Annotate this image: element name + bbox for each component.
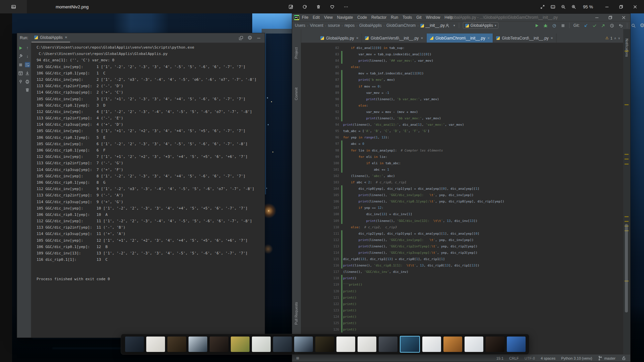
filmstrip-thumbnail[interactable] <box>507 337 526 352</box>
float-window-icon[interactable] <box>238 35 244 41</box>
delete-icon[interactable] <box>316 4 321 9</box>
code-line[interactable]: 107 if yep == 12: <box>301 204 624 211</box>
rerun-icon[interactable] <box>18 45 23 51</box>
menu-git[interactable]: Git <box>416 15 421 20</box>
hide-icon[interactable] <box>256 35 261 41</box>
pin-icon[interactable] <box>18 79 23 84</box>
filmstrip-thumbnail[interactable] <box>252 337 271 352</box>
tool-windows-icon[interactable]: ⊞ <box>296 356 299 360</box>
close-icon[interactable]: ✕ <box>487 37 490 40</box>
caret-position[interactable]: 15:1 <box>496 356 503 360</box>
filmstrip-thumbnail[interactable] <box>189 337 207 352</box>
menu-window[interactable]: Window <box>426 15 440 20</box>
code-line[interactable]: 95tab_abc = ['A', 'B', 'C', 'D', 'E', 'F… <box>301 128 624 134</box>
code-line[interactable]: 93 print(lineno(), 'bb var_mov:', var_mo… <box>301 115 624 121</box>
git-push-icon[interactable] <box>601 23 606 28</box>
git-commit-icon[interactable] <box>592 23 597 28</box>
see-more-icon[interactable] <box>343 4 348 9</box>
actual-size-icon[interactable]: 1:1 <box>550 4 555 9</box>
code-line[interactable]: 125print() <box>301 320 624 326</box>
code-line[interactable]: 123print() <box>301 307 624 313</box>
run-tab-globalapplis[interactable]: GlobalApplis ✕ <box>32 33 70 43</box>
code-line[interactable]: 112 print(lineno(), 'GGC/dic_inv[yep]: \… <box>301 237 624 243</box>
code-line[interactable]: 118print() <box>301 275 624 281</box>
code-line[interactable]: 116print(lineno(), 'dic_rip0.1[1]: \t\t'… <box>301 262 624 268</box>
sidebar-item-project[interactable]: Project <box>294 47 298 59</box>
code-line[interactable]: 88 if mov == 0: <box>301 83 624 89</box>
code-line[interactable]: 119'''print() <box>301 281 624 288</box>
zoom-out-icon[interactable] <box>561 4 566 9</box>
filmstrip-thumbnail[interactable] <box>358 337 376 352</box>
play-icon[interactable] <box>534 23 539 28</box>
error-stripe-mark[interactable] <box>625 159 629 160</box>
zoom-in-icon[interactable] <box>571 4 576 9</box>
editor-tab[interactable]: GlobTetraCord\__init__.py✕ <box>493 34 556 43</box>
git-update-icon[interactable] <box>583 23 588 28</box>
chevron-down-icon[interactable]: ∨ <box>618 37 620 40</box>
code-line[interactable]: 92 var_mov = mov - (mov + mov) <box>301 109 624 115</box>
menu-view[interactable]: View <box>324 15 333 20</box>
code-line[interactable]: 110 else: # c_rip2, c_rip3 <box>301 224 624 230</box>
python-interpreter[interactable]: Python 3.10 (venv) <box>561 356 592 360</box>
filmstrip-thumbnail[interactable] <box>210 337 228 352</box>
code-line[interactable]: 109 print(lineno(), 'GGC/dic_inv[13]: \t… <box>301 218 624 224</box>
error-stripe-mark[interactable] <box>625 51 629 52</box>
history-icon[interactable] <box>609 23 614 28</box>
filmstrip-thumbnail[interactable] <box>443 337 462 352</box>
close-icon[interactable]: ✕ <box>356 37 359 40</box>
code-line[interactable]: 103 if abc < 2: # c_rip0, c_rip1 <box>301 179 624 185</box>
error-stripe-mark[interactable] <box>625 221 629 222</box>
menu-edit[interactable]: Edit <box>313 15 320 20</box>
code-line[interactable]: 115dic_rip0[13], dic_rip1[13] = dic_rip0… <box>301 256 624 262</box>
code-line[interactable]: 87 print('b mov', mov) <box>301 76 624 83</box>
code-line[interactable]: 124print() <box>301 313 624 320</box>
code-line[interactable]: 96for yep in range(1, 13): <box>301 134 624 140</box>
breadcrumb-item[interactable]: __init__.py <box>420 23 445 28</box>
menu-file[interactable]: File <box>302 15 308 20</box>
edit-image-icon[interactable] <box>288 4 293 9</box>
run-configuration-select[interactable]: GlobalApplis ▾ <box>463 22 499 29</box>
error-stripe-mark[interactable] <box>625 104 629 105</box>
code-line[interactable]: 83 var_mov = tab_sup.index(dic_ana[1][0]… <box>301 51 624 57</box>
breadcrumb-item[interactable]: GlobGamChrom <box>386 23 416 28</box>
printer-icon[interactable] <box>25 79 30 84</box>
filmstrip-thumbnail[interactable] <box>146 337 165 352</box>
inspections-widget[interactable]: ⚠ 1 ∧ ∨ <box>605 36 620 40</box>
code-line[interactable]: 97 abc = 0 <box>301 140 624 147</box>
filmstrip-thumbnail[interactable] <box>294 337 313 352</box>
code-line[interactable]: 84 print(lineno(), '## var_mov:', var_mo… <box>301 57 624 64</box>
code-line[interactable]: 82 if dic_ana[1][0] in tab_sup: <box>301 45 624 51</box>
up-arrow-icon[interactable]: ↑ <box>25 45 30 51</box>
layout-icon[interactable] <box>18 70 23 76</box>
rotate-icon[interactable] <box>302 4 307 9</box>
code-line[interactable]: 102 (lineno(), 'abc:', abc) <box>301 173 624 179</box>
menu-code[interactable]: Code <box>357 15 367 20</box>
filmstrip-thumbnail[interactable] <box>125 337 144 352</box>
filmstrip-thumbnail[interactable] <box>486 337 504 352</box>
filmstrip-thumbnail[interactable] <box>422 337 441 352</box>
code-editor[interactable]: 82 if dic_ana[1][0] in tab_sup:83 var_mo… <box>301 43 624 354</box>
code-line[interactable]: 121print() <box>301 294 624 301</box>
code-line[interactable]: 89 var_mov = -1 <box>301 89 624 96</box>
stop-icon[interactable] <box>560 23 566 28</box>
error-stripe-mark[interactable] <box>625 154 629 155</box>
code-line[interactable]: 91 else: <box>301 102 624 109</box>
wrench-icon[interactable] <box>18 54 23 59</box>
settings-icon[interactable]: ⚙ <box>640 23 644 28</box>
profiler-icon[interactable] <box>552 23 557 28</box>
filmstrip-thumbnail[interactable] <box>336 337 355 352</box>
code-line[interactable]: 108 dic_inv[13] = dic_inv[1] <box>301 211 624 217</box>
close-icon[interactable]: ✕ <box>421 37 423 40</box>
sidebar-item-pull-requests[interactable]: Pull Requests <box>294 302 298 325</box>
menu-refactor[interactable]: Refactor <box>371 15 386 20</box>
code-line[interactable]: 101 abc += 1 <box>301 166 624 173</box>
code-line[interactable]: 85 else: <box>301 64 624 70</box>
editor-tab[interactable]: GlobalApplis.py✕ <box>317 34 362 43</box>
trash-icon[interactable] <box>25 87 30 93</box>
close-button[interactable] <box>628 0 642 13</box>
sidebar-item-commit[interactable]: Commit <box>294 87 298 100</box>
scroll-end-icon[interactable] <box>25 70 30 76</box>
code-line[interactable]: 117(lineno(), 'GGC/dic_inv', dic_inv) <box>301 268 624 275</box>
soft-wrap-icon[interactable] <box>25 62 30 67</box>
menu-run[interactable]: Run <box>391 15 398 20</box>
